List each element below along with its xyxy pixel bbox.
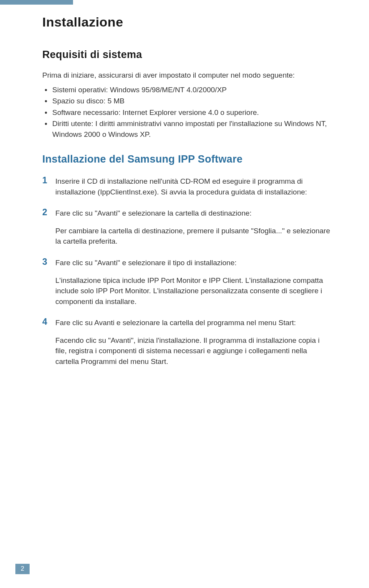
requirements-list: Sistemi operativi: Windows 95/98/ME/NT 4… bbox=[42, 85, 331, 140]
section-heading-install: Installazione del Samsung IPP Software bbox=[42, 153, 331, 165]
list-item: Diritti utente: I diritti amministrativi… bbox=[52, 118, 331, 140]
page-number-badge: 2 bbox=[15, 564, 30, 574]
step-sub-text: Per cambiare la cartella di destinazione… bbox=[55, 226, 331, 247]
list-item: Sistemi operativi: Windows 95/98/ME/NT 4… bbox=[52, 85, 331, 95]
step-item: Fare clic su "Avanti" e selezionare la c… bbox=[55, 208, 331, 247]
section-heading-requirements: Requisiti di sistema bbox=[42, 49, 331, 61]
step-main-text: Inserire il CD di installazione nell'uni… bbox=[55, 176, 331, 197]
step-item: Inserire il CD di installazione nell'uni… bbox=[55, 176, 331, 197]
step-sub-text: Facendo clic su "Avanti", inizia l'insta… bbox=[55, 335, 331, 367]
list-item: Software necessario: Internet Explorer v… bbox=[52, 107, 331, 118]
step-main-text: Fare clic su Avanti e selezionare la car… bbox=[55, 317, 331, 328]
page-content: Installazione Requisiti di sistema Prima… bbox=[0, 0, 369, 367]
step-main-text: Fare clic su "Avanti" e selezionare la c… bbox=[55, 208, 331, 219]
page-title: Installazione bbox=[42, 15, 331, 30]
list-item: Spazio su disco: 5 MB bbox=[52, 96, 331, 106]
step-item: Fare clic su Avanti e selezionare la car… bbox=[55, 317, 331, 367]
header-accent-bar bbox=[0, 0, 73, 5]
step-sub-text: L'installazione tipica include IPP Port … bbox=[55, 275, 331, 307]
intro-paragraph: Prima di iniziare, assicurarsi di aver i… bbox=[42, 70, 331, 81]
install-steps: Inserire il CD di installazione nell'uni… bbox=[42, 176, 331, 367]
step-item: Fare clic su "Avanti" e selezionare il t… bbox=[55, 257, 331, 307]
step-main-text: Fare clic su "Avanti" e selezionare il t… bbox=[55, 257, 331, 268]
